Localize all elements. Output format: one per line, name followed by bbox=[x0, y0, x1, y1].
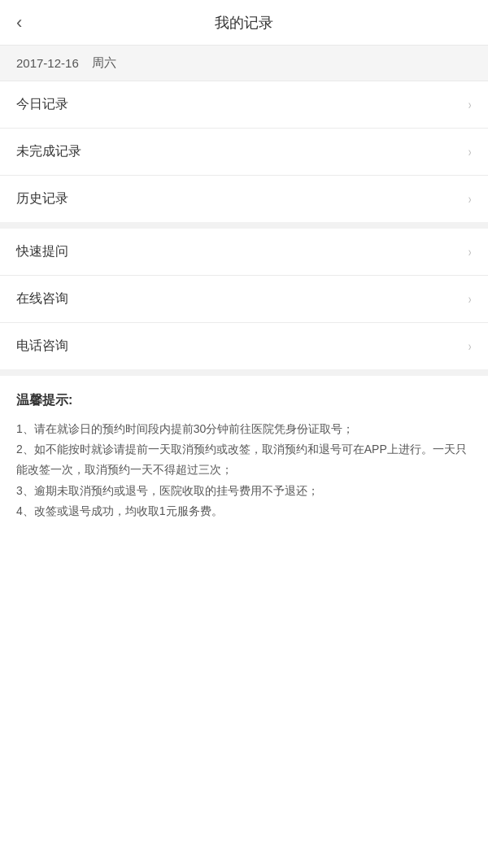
menu-label-incomplete-records: 未完成记录 bbox=[16, 143, 81, 160]
page-header: ‹ 我的记录 bbox=[0, 0, 488, 46]
chevron-icon: › bbox=[468, 192, 471, 207]
menu-item-today-records[interactable]: 今日记录 › bbox=[0, 81, 488, 129]
records-section: 今日记录 › 未完成记录 › 历史记录 › bbox=[0, 81, 488, 229]
consult-section: 快速提问 › 在线咨询 › 电话咨询 › bbox=[0, 229, 488, 376]
menu-item-history-records[interactable]: 历史记录 › bbox=[0, 176, 488, 222]
notice-title: 温馨提示: bbox=[16, 392, 472, 409]
date-bar: 2017-12-16 周六 bbox=[0, 46, 488, 81]
menu-item-phone-consult[interactable]: 电话咨询 › bbox=[0, 323, 488, 369]
menu-label-phone-consult: 电话咨询 bbox=[16, 338, 68, 355]
menu-label-online-consult: 在线咨询 bbox=[16, 290, 68, 308]
back-button[interactable]: ‹ bbox=[16, 14, 22, 32]
menu-label-today-records: 今日记录 bbox=[16, 96, 68, 113]
notice-body: 1、请在就诊日的预约时间段内提前30分钟前往医院凭身份证取号；2、如不能按时就诊… bbox=[16, 419, 472, 521]
notice-section: 温馨提示: 1、请在就诊日的预约时间段内提前30分钟前往医院凭身份证取号；2、如… bbox=[0, 376, 488, 541]
chevron-icon: › bbox=[468, 292, 471, 307]
menu-label-quick-question: 快速提问 bbox=[16, 243, 68, 260]
page-title: 我的记录 bbox=[215, 13, 273, 33]
menu-item-quick-question[interactable]: 快速提问 › bbox=[0, 229, 488, 276]
menu-item-online-consult[interactable]: 在线咨询 › bbox=[0, 276, 488, 323]
chevron-icon: › bbox=[468, 245, 471, 260]
menu-label-history-records: 历史记录 bbox=[16, 190, 68, 207]
chevron-icon: › bbox=[468, 339, 471, 354]
chevron-icon: › bbox=[468, 145, 471, 159]
menu-item-incomplete-records[interactable]: 未完成记录 › bbox=[0, 129, 488, 176]
chevron-icon: › bbox=[468, 98, 471, 112]
weekday-text: 周六 bbox=[92, 55, 116, 71]
date-text: 2017-12-16 bbox=[16, 56, 79, 70]
